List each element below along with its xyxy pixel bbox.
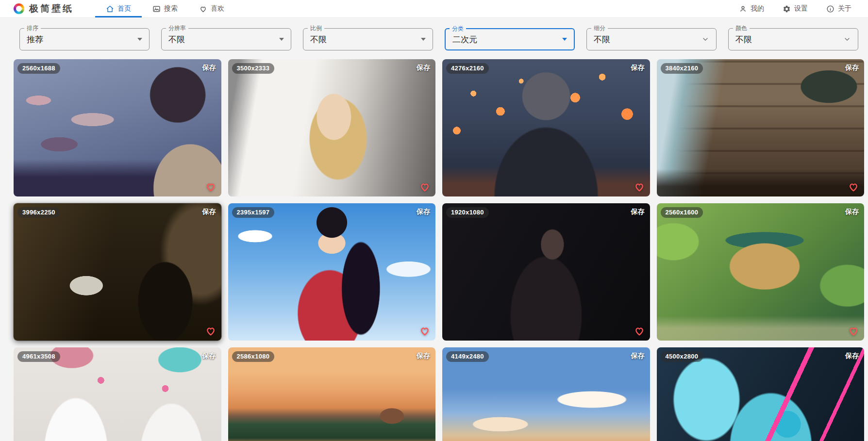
filter-value: 不限 [594, 34, 610, 45]
app-title: 极简壁纸 [29, 2, 74, 15]
resolution-badge: 2560x1688 [17, 63, 60, 74]
wallpaper-card-blonde-girl-light[interactable]: 3500x2333 保存 [228, 59, 436, 196]
favorite-heart-icon[interactable] [419, 325, 431, 337]
main-nav: 首页 搜索 喜欢 [95, 0, 235, 17]
save-button[interactable]: 保存 [845, 64, 859, 72]
wallpaper-card-forest-teahouse[interactable]: 2560x1600 保存 [657, 203, 865, 341]
favorite-heart-icon[interactable] [205, 325, 217, 337]
filter-value: 推荐 [27, 34, 43, 45]
wallpaper-card-girl-laptop-dark-room[interactable]: 3996x2250 保存 [14, 203, 221, 341]
filter-value: 二次元 [452, 34, 477, 45]
wallpaper-card-dusk-city-anime-girl[interactable]: 2560x1688 保存 [14, 59, 221, 196]
filter-label: 比例 [308, 24, 324, 32]
filter-label: 细分 [591, 24, 608, 32]
filter-value: 不限 [168, 34, 185, 45]
caret-down-icon [137, 38, 142, 41]
heart-icon [199, 5, 207, 13]
save-button[interactable]: 保存 [631, 64, 645, 72]
app-logo[interactable]: 极简壁纸 [14, 0, 74, 17]
resolution-badge: 2586x1080 [232, 351, 275, 362]
home-icon [106, 5, 114, 13]
nav-item-label: 设置 [794, 4, 808, 13]
filter-ratio[interactable]: 比例 不限 [303, 28, 433, 50]
save-button[interactable]: 保存 [417, 352, 430, 360]
favorite-heart-icon[interactable] [205, 181, 217, 193]
nav-item-about[interactable]: 关于 [823, 0, 854, 17]
favorite-heart-icon[interactable] [419, 181, 431, 193]
save-button[interactable]: 保存 [202, 64, 216, 72]
filter-label: 分辨率 [166, 24, 188, 32]
resolution-badge: 4500x2800 [661, 351, 703, 362]
nav-tab-home[interactable]: 首页 [95, 0, 142, 17]
wallpaper-card-sunset-classroom[interactable]: 3840x2160 保存 [657, 59, 865, 196]
nav-tab-likes[interactable]: 喜欢 [188, 0, 235, 17]
resolution-badge: 4149x2480 [446, 351, 489, 362]
filter-sort[interactable]: 排序 推荐 [19, 28, 150, 50]
color-wheel-logo-icon [14, 3, 24, 14]
filter-subcategory[interactable]: 细分 不限 [586, 28, 717, 50]
filter-category[interactable]: 分类 二次元 [445, 28, 575, 50]
caret-down-icon [562, 38, 567, 41]
wallpaper-card-teal-hair-miku[interactable]: 4500x2800 保存 [657, 347, 865, 441]
chevron-down-icon [843, 35, 851, 43]
save-button[interactable]: 保存 [202, 352, 216, 360]
wallpaper-grid: 2560x1688 保存 3500x2333 保存 4276x2160 保存 3… [14, 59, 864, 441]
filter-label: 颜色 [733, 24, 750, 32]
header-actions: 我的 设置 关于 [736, 0, 854, 17]
wallpaper-card-sky-lanterns-night[interactable]: 4276x2160 保存 [442, 59, 650, 196]
save-button[interactable]: 保存 [202, 208, 216, 216]
resolution-badge: 4276x2160 [446, 63, 489, 74]
resolution-badge: 4961x3508 [17, 351, 60, 362]
filter-value: 不限 [735, 34, 752, 45]
favorite-heart-icon[interactable] [634, 325, 645, 337]
nav-tab-label: 搜索 [164, 4, 178, 13]
caret-down-icon [421, 38, 426, 41]
wallpaper-card-red-dress-girl-sky[interactable]: 2395x1597 保存 [228, 203, 436, 341]
nav-item-label: 关于 [838, 4, 851, 13]
nav-item-settings[interactable]: 设置 [780, 0, 811, 17]
filter-label: 排序 [24, 24, 41, 32]
app-header: 极简壁纸 首页 搜索 喜欢 我的 设置 关于 [0, 0, 868, 18]
save-button[interactable]: 保存 [631, 208, 645, 216]
gear-icon [783, 5, 791, 13]
user-icon [739, 5, 747, 13]
image-search-icon [152, 5, 161, 13]
wallpaper-card-sunset-lake-house[interactable]: 2586x1080 保存 [228, 347, 436, 441]
resolution-badge: 3840x2160 [661, 63, 703, 74]
nav-item-label: 我的 [751, 4, 764, 13]
resolution-badge: 3996x2250 [17, 207, 60, 218]
nav-tab-label: 首页 [117, 4, 131, 13]
filter-bar: 排序 推荐 分辨率 不限 比例 不限 分类 二次元 细分 不限 颜色 不限 [0, 18, 868, 50]
caret-down-icon [279, 38, 284, 41]
save-button[interactable]: 保存 [417, 208, 430, 216]
resolution-badge: 1920x1080 [446, 207, 489, 218]
save-button[interactable]: 保存 [417, 64, 430, 72]
resolution-badge: 2395x1597 [232, 207, 275, 218]
nav-item-mine[interactable]: 我的 [736, 0, 767, 17]
filter-label: 分类 [450, 25, 466, 33]
filter-value: 不限 [310, 34, 327, 45]
save-button[interactable]: 保存 [845, 352, 859, 360]
favorite-heart-icon[interactable] [848, 325, 859, 337]
nav-tab-search[interactable]: 搜索 [142, 0, 188, 17]
wallpaper-card-two-girls-white-shirts[interactable]: 4961x3508 保存 [14, 347, 221, 441]
filter-resolution[interactable]: 分辨率 不限 [161, 28, 291, 50]
chevron-down-icon [701, 35, 709, 43]
info-icon [826, 5, 835, 13]
filter-color[interactable]: 颜色 不限 [728, 28, 858, 50]
nav-tab-label: 喜欢 [211, 4, 224, 13]
save-button[interactable]: 保存 [631, 352, 645, 360]
save-button[interactable]: 保存 [845, 208, 859, 216]
wallpaper-card-dusk-sky-clouds[interactable]: 4149x2480 保存 [442, 347, 650, 441]
resolution-badge: 2560x1600 [661, 207, 703, 218]
favorite-heart-icon[interactable] [848, 181, 859, 193]
wallpaper-card-dark-portrait-woman[interactable]: 1920x1080 保存 [442, 203, 650, 341]
favorite-heart-icon[interactable] [634, 181, 645, 193]
resolution-badge: 3500x2333 [232, 63, 275, 74]
